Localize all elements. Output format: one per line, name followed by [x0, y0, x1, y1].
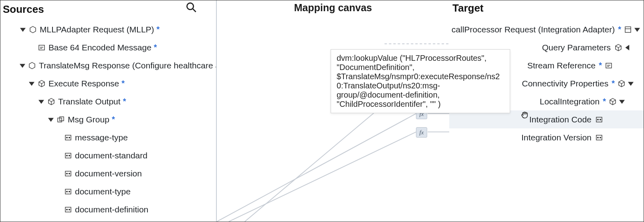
svg-line-11: [39, 82, 42, 84]
required-marker: *: [157, 25, 160, 34]
node-label: Translate Output: [58, 97, 121, 106]
svg-point-29: [67, 173, 68, 174]
node-label: TranslateMsg Response (Configure healthc…: [39, 61, 217, 70]
object-icon: [624, 26, 632, 33]
svg-point-36: [69, 209, 70, 210]
node-label: Execute Response: [48, 79, 119, 88]
grab-cursor-icon: [520, 110, 530, 120]
svg-point-32: [67, 191, 68, 192]
svg-line-38: [229, 132, 416, 222]
svg-point-69: [598, 137, 599, 138]
attr-icon: [65, 152, 72, 159]
source-tree: MLLPAdapter Request (MLLP) * Base 64 Enc…: [0, 16, 216, 218]
svg-marker-14: [38, 100, 44, 104]
node-label: Stream Reference: [527, 61, 596, 70]
node-label: document-definition: [75, 205, 148, 214]
source-node-output[interactable]: Translate Output *: [0, 92, 216, 110]
node-label: Integration Version: [521, 133, 592, 142]
caret-down-icon[interactable]: [28, 80, 35, 87]
attr-icon: [65, 188, 72, 195]
required-marker: *: [603, 97, 606, 106]
svg-line-56: [619, 82, 622, 84]
caret-down-icon[interactable]: [20, 62, 25, 69]
svg-marker-46: [634, 28, 640, 32]
svg-line-62: [613, 100, 616, 102]
target-title: Target: [449, 0, 644, 16]
group-icon: [57, 116, 65, 123]
svg-line-61: [610, 100, 613, 102]
canvas-title: Mapping canvas: [294, 2, 372, 14]
svg-line-16: [48, 100, 51, 102]
svg-point-0: [187, 3, 194, 10]
mapper-app: Sources MLLPAdapter Request (MLLP) *: [0, 0, 644, 222]
cube-icon: [609, 98, 616, 105]
svg-point-70: [600, 137, 601, 138]
required-marker: *: [599, 61, 602, 70]
source-leaf-document-version[interactable]: document-version: [0, 164, 216, 182]
mapping-canvas[interactable]: Mapping canvas fx fx dvm:lookupValue ("H…: [217, 0, 449, 222]
caret-down-icon[interactable]: [628, 80, 634, 87]
node-label: Base 64 Encoded Message: [48, 43, 151, 52]
svg-marker-51: [625, 45, 629, 50]
svg-rect-52: [606, 63, 612, 68]
attr-icon: [596, 116, 603, 123]
node-label: document-type: [75, 187, 131, 196]
source-node-execute[interactable]: Execute Response *: [0, 74, 216, 92]
svg-line-12: [42, 82, 44, 84]
source-leaf-document-type[interactable]: document-type: [0, 182, 216, 200]
svg-point-23: [67, 137, 68, 138]
node-label: Msg Group: [68, 115, 109, 124]
caret-left-icon[interactable]: [624, 44, 631, 51]
search-icon[interactable]: [186, 2, 197, 13]
required-marker: *: [123, 97, 126, 106]
fx-badge-version[interactable]: fx: [416, 127, 427, 138]
svg-line-57: [622, 82, 624, 84]
source-leaf-document-standard[interactable]: document-standard: [0, 146, 216, 164]
svg-point-67: [600, 119, 601, 120]
caret-down-icon[interactable]: [48, 116, 54, 123]
node-label: callProcessor Request (Integration Adapt…: [452, 25, 615, 34]
svg-point-30: [69, 173, 70, 174]
expression-tooltip: dvm:lookupValue ("HL7ProcessorRoutes", "…: [331, 49, 510, 113]
caret-down-icon[interactable]: [20, 26, 26, 33]
svg-point-66: [598, 119, 599, 120]
object-icon: [28, 62, 36, 69]
source-node-translate[interactable]: TranslateMsg Response (Configure healthc…: [0, 56, 216, 74]
svg-rect-4: [39, 45, 44, 50]
svg-marker-19: [48, 118, 54, 122]
svg-line-48: [616, 46, 618, 48]
attr-icon: [65, 206, 72, 213]
source-node-msggroup[interactable]: Msg Group *: [0, 110, 216, 128]
cube-icon: [618, 80, 625, 87]
required-marker: *: [618, 25, 621, 34]
field-icon: [38, 44, 45, 51]
node-label: Integration Code: [529, 115, 592, 124]
cube-icon: [38, 80, 45, 87]
source-leaf-message-type[interactable]: message-type: [0, 128, 216, 146]
source-node-mllp[interactable]: MLLPAdapter Request (MLLP) *: [0, 20, 216, 38]
svg-point-27: [69, 155, 70, 156]
node-label: LocalIntegration: [540, 97, 600, 106]
node-label: MLLPAdapter Request (MLLP): [40, 25, 154, 34]
node-label: Connectivity Properties: [522, 79, 608, 88]
svg-rect-44: [625, 27, 631, 32]
source-leaf-document-definition[interactable]: document-definition: [0, 200, 216, 218]
attr-icon: [65, 134, 72, 141]
target-node-version[interactable]: Integration Version: [449, 128, 644, 146]
source-node-base64[interactable]: Base 64 Encoded Message *: [0, 38, 216, 56]
caret-down-icon[interactable]: [38, 98, 44, 105]
caret-down-icon[interactable]: [619, 98, 625, 105]
svg-marker-59: [628, 82, 634, 86]
cube-icon: [48, 98, 55, 105]
svg-marker-7: [20, 64, 25, 68]
svg-line-17: [51, 100, 54, 102]
sources-title: Sources: [3, 3, 44, 16]
fx-label: fx: [420, 129, 424, 136]
caret-down-icon[interactable]: [634, 26, 640, 33]
svg-line-1: [193, 9, 196, 12]
svg-marker-8: [29, 62, 35, 69]
svg-point-35: [67, 209, 68, 210]
svg-marker-64: [619, 100, 625, 104]
target-node-root[interactable]: callProcessor Request (Integration Adapt…: [449, 20, 644, 38]
svg-point-26: [67, 155, 68, 156]
